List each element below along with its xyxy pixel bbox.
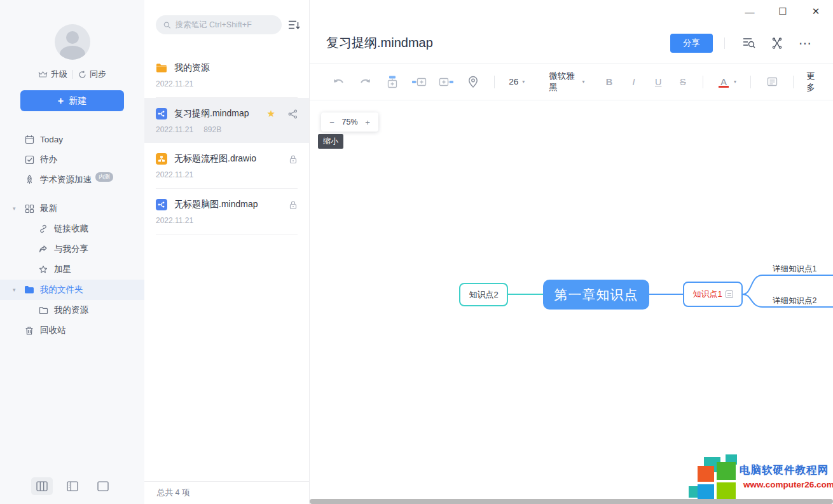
mindmap-file-icon [156, 199, 167, 210]
view-two-column-button[interactable] [62, 477, 83, 495]
window-titlebar: — ☐ ✕ [310, 0, 833, 23]
mindmap-detail-node-1[interactable]: 详细知识点1 [773, 264, 816, 275]
view-three-column-button[interactable] [31, 477, 53, 495]
document-title[interactable]: 复习提纲.mindmap [326, 34, 670, 51]
sidebar-item-my-resources[interactable]: 我的资源 [0, 300, 144, 320]
chevron-down-icon: ▾ [522, 79, 525, 85]
sidebar-item-label: 最新 [40, 203, 57, 214]
share-button[interactable]: 分享 [670, 34, 713, 53]
sidebar-item-label: 加星 [54, 264, 71, 275]
font-color-select[interactable]: A ▾ [712, 77, 741, 87]
font-color-letter: A [717, 77, 730, 87]
new-note-label: 新建 [69, 95, 86, 107]
outline-search-icon[interactable] [740, 34, 758, 52]
file-name: 无标题脑图.mindmap [174, 199, 282, 210]
font-family-value: 微软雅黑 [549, 71, 578, 93]
sidebar-item-starred[interactable]: 加星 [0, 259, 144, 280]
folder-filled-icon [24, 285, 34, 295]
sidebar-item-label: 链接收藏 [54, 223, 88, 235]
italic-button[interactable]: I [626, 77, 642, 87]
minimize-button[interactable]: — [741, 4, 758, 19]
redo-icon[interactable] [357, 72, 373, 92]
avatar[interactable] [55, 24, 90, 60]
folder-icon [156, 62, 167, 74]
file-name: 无标题流程图.drawio [174, 153, 282, 165]
strikethrough-button[interactable]: S [675, 77, 691, 87]
file-size: 892B [203, 125, 221, 134]
underline-button[interactable]: U [651, 77, 666, 87]
mindmap-node-left[interactable]: 知识点2 [459, 283, 508, 306]
sidebar-item-latest[interactable]: ▾ 最新 [0, 198, 144, 219]
font-family-select[interactable]: 微软雅黑 ▾ [544, 71, 589, 93]
zoom-level: 75% [341, 118, 357, 126]
sidebar-item-my-folder[interactable]: ▾ 我的文件夹 [0, 280, 144, 300]
watermark-logo-square [698, 484, 714, 500]
search-box[interactable] [156, 15, 282, 34]
rocket-icon [24, 175, 34, 185]
sidebar-item-todo[interactable]: 待办 [0, 149, 144, 170]
font-size-select[interactable]: 26 ▾ [504, 77, 530, 86]
more-options-icon[interactable]: ⋯ [796, 34, 814, 52]
folder-outline-icon [38, 305, 48, 315]
horizontal-scrollbar[interactable] [310, 499, 833, 504]
list-item-drawio[interactable]: 无标题流程图.drawio 2022.11.21 [144, 143, 309, 188]
sort-icon[interactable] [288, 20, 300, 30]
list-item-mindmap-selected[interactable]: 复习提纲.mindmap ★ 2022.11.21 892B [144, 98, 309, 143]
chevron-down-icon: ▾ [734, 79, 736, 85]
chevron-down-icon[interactable]: ▾ [13, 287, 16, 293]
list-item-folder[interactable]: 我的资源 2022.11.21 [144, 52, 309, 97]
sync-link[interactable]: 同步 [78, 69, 106, 80]
insert-child-node-icon[interactable] [384, 72, 401, 92]
star-icon[interactable]: ★ [267, 108, 275, 119]
single-view-icon [97, 481, 109, 491]
chevron-down-icon[interactable]: ▾ [13, 205, 16, 212]
list-item-mindmap2[interactable]: 无标题脑图.mindmap 2022.11.21 [144, 189, 309, 234]
share-icon[interactable] [288, 109, 298, 119]
new-note-button[interactable]: + 新建 [20, 90, 124, 111]
close-button[interactable]: ✕ [808, 4, 824, 19]
undo-icon[interactable] [330, 72, 347, 92]
note-memo-icon[interactable] [764, 72, 780, 92]
toolbar-more-button[interactable]: 更多 [806, 71, 822, 93]
item-count: 总共 4 项 [157, 487, 189, 498]
search-input[interactable] [176, 20, 274, 29]
divider [750, 76, 751, 88]
mindmap-structure-icon[interactable] [768, 34, 786, 52]
mindmap-root-node[interactable]: 第一章知识点 [543, 280, 649, 310]
file-date: 2022.11.21 [156, 216, 193, 225]
maximize-button[interactable]: ☐ [774, 4, 791, 19]
divider [72, 70, 73, 79]
file-date: 2022.11.21 [156, 79, 193, 88]
zoom-control: − 75% + [321, 112, 378, 132]
sidebar-item-academic-boost[interactable]: 学术资源加速 内测 [0, 170, 144, 190]
mindmap-canvas[interactable]: − 75% + 缩小 知识点2 第一章知识点 知识点1 详细知识点1 详细知识点… [310, 100, 833, 504]
sidebar-item-shared-with-me[interactable]: 与我分享 [0, 239, 144, 259]
mindmap-node-right[interactable]: 知识点1 [683, 282, 743, 307]
divider [703, 76, 703, 88]
two-column-icon [67, 481, 78, 491]
insert-sibling-after-icon[interactable] [438, 72, 455, 92]
sidebar-item-label: 待办 [40, 154, 57, 165]
mindmap-detail-node-2[interactable]: 详细知识点2 [773, 296, 816, 306]
divider [793, 76, 794, 88]
divider [494, 76, 495, 88]
view-single-button[interactable] [92, 477, 114, 495]
upgrade-label: 升级 [51, 69, 67, 80]
editor-toolbar: 26 ▾ 微软雅黑 ▾ B I U S A ▾ 更多 [310, 64, 833, 100]
locate-pin-icon[interactable] [465, 72, 481, 92]
bold-button[interactable]: B [602, 77, 617, 87]
sidebar-item-today[interactable]: Today [0, 129, 144, 149]
zoom-in-button[interactable]: + [363, 118, 372, 127]
note-icon[interactable] [726, 290, 733, 298]
lock-icon [289, 154, 298, 164]
plus-icon: + [58, 95, 64, 107]
sidebar-item-label: 学术资源加速 [40, 174, 92, 186]
main-panel: — ☐ ✕ 复习提纲.mindmap 分享 ⋯ [310, 0, 833, 504]
sidebar-item-label: 与我分享 [54, 243, 88, 255]
sidebar-item-link-favorites[interactable]: 链接收藏 [0, 219, 144, 239]
insert-sibling-before-icon[interactable] [411, 72, 427, 92]
sidebar-item-trash[interactable]: 回收站 [0, 320, 144, 341]
zoom-out-button[interactable]: − [327, 118, 336, 127]
app-window: 升级 同步 + 新建 Today 待办 [0, 0, 833, 504]
upgrade-link[interactable]: 升级 [38, 69, 67, 80]
